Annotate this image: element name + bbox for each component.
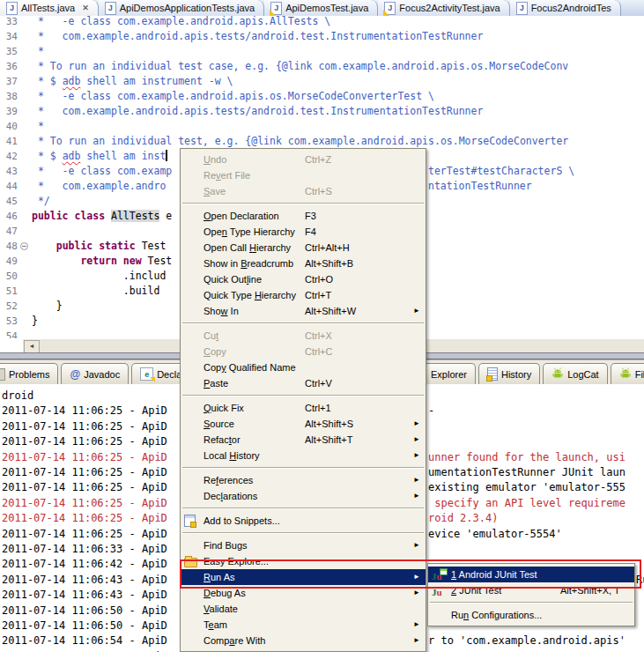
history-icon: [487, 367, 498, 381]
menu-item-quick-fix[interactable]: Quick FixCtrl+1: [181, 400, 426, 416]
bottom-tab-javadoc[interactable]: @Javadoc: [61, 363, 129, 384]
editor-tab-apidemosapplicationtests-java[interactable]: JApiDemosApplicationTests.java: [99, 0, 264, 16]
java-file-icon: J: [384, 2, 396, 15]
bottom-tab-label: Problems: [9, 369, 49, 380]
submenu-arrow-icon: ►: [413, 488, 420, 504]
code-line: 34 * com.example.android.apis.tests/andr…: [0, 29, 644, 44]
menu-item-show-in-breadcrumb[interactable]: Show in BreadcrumbAlt+Shift+B: [181, 256, 426, 271]
menu-item-label: 1 Android JUnit Test: [451, 569, 537, 580]
menu-item-label: References: [204, 475, 253, 485]
menu-item-open-call-hierarchy[interactable]: Open Call HierarchyCtrl+Alt+H: [181, 240, 426, 256]
menu-item-add-to-snippets[interactable]: Add to Snippets...: [181, 513, 426, 529]
java-file-icon: J: [516, 2, 528, 15]
menu-item-declarations[interactable]: Declarations►: [181, 488, 426, 504]
menu-item-debug-as[interactable]: Debug As►: [181, 585, 426, 601]
console-line: 2011-07-14 11:06:25 - ApiD: [2, 435, 167, 448]
code-segment: * com.example.andro: [32, 180, 166, 192]
line-number: 40: [0, 119, 18, 134]
code-text: * To run an individual test, e.g. {@link…: [32, 134, 568, 149]
console-line-right-fragment: evice 'emulator-5554': [428, 528, 562, 540]
menu-item-label: Show in Breadcrumb: [204, 258, 293, 269]
menu-item-label: Paste: [204, 378, 228, 389]
code-text: * -e class com.example.android.apis.AllT…: [32, 16, 330, 29]
menu-item-show-in[interactable]: Show InAlt+Shift+W►: [181, 303, 426, 319]
menu-item-cut[interactable]: CutCtrl+X: [181, 328, 426, 344]
menu-item-open-type-hierarchy[interactable]: Open Type HierarchyF4: [181, 224, 426, 240]
menu-item-run-configurations[interactable]: Run Configurations...: [428, 607, 634, 623]
menu-item-undo[interactable]: UndoCtrl+Z: [181, 152, 426, 167]
editor-tab-focus2androidtes[interactable]: JFocus2AndroidTes: [510, 0, 621, 16]
menu-item-paste[interactable]: PasteCtrl+V: [181, 375, 426, 391]
code-segment: [32, 255, 80, 267]
line-number: 41: [0, 134, 18, 149]
code-line: 35 *: [0, 44, 644, 59]
fold-collapse-icon[interactable]: −: [20, 242, 28, 250]
code-segment: * -e class com.examp: [32, 165, 172, 177]
java-file-icon: J: [6, 2, 18, 15]
menu-item-local-history[interactable]: Local History►: [181, 448, 426, 463]
menu-separator: [182, 322, 424, 324]
java-file-icon: J: [105, 2, 116, 15]
menu-item-team[interactable]: Team►: [181, 617, 426, 633]
line-number: 45: [0, 194, 18, 209]
line-number: 36: [0, 59, 18, 74]
menu-item-quick-type-hierarchy[interactable]: Quick Type HierarchyCtrl+T: [181, 287, 426, 303]
menu-separator: [182, 395, 424, 396]
bottom-tab-history[interactable]: History: [478, 363, 540, 384]
bottom-tab-logcat[interactable]: LogCat: [543, 363, 607, 384]
menu-item-save[interactable]: SaveCtrl+S: [181, 183, 426, 199]
menu-item-shortcut: Alt+Shift+S: [305, 416, 353, 432]
console-line: 2011-07-14 11:06:54 - ApiD: [2, 634, 167, 647]
menu-item-quick-outline[interactable]: Quick OutlineCtrl+O: [181, 271, 426, 287]
menu-item-label: Add to Snippets...: [204, 515, 280, 526]
menu-item-open-declaration[interactable]: Open DeclarationF3: [181, 208, 426, 224]
menu-item-copy[interactable]: CopyCtrl+C: [181, 344, 426, 359]
menu-item-compare-with[interactable]: Compare With►: [181, 633, 426, 648]
close-icon[interactable]: ✕: [82, 4, 89, 12]
bottom-tab-file-explorer[interactable]: File Explorer: [611, 363, 644, 384]
menu-item-label: Undo: [204, 154, 226, 165]
editor-tab-apidemostest-java[interactable]: JApiDemosTest.java: [264, 0, 378, 16]
menu-item-copy-qualified-name[interactable]: Copy Qualified Name: [181, 359, 426, 375]
problems-icon: [0, 368, 5, 381]
code-text: * com.example.android.apis.tests/android…: [32, 104, 483, 119]
console-line: 2011-07-14 11:06:25 - ApiD: [2, 512, 167, 524]
menu-item-easy-explore[interactable]: Easy Explore...: [181, 553, 426, 569]
editor-tab-label: AllTests.java: [21, 3, 75, 13]
console-line: 2011-07-14 11:06:25 - ApiD: [2, 466, 167, 478]
bottom-tab-label: Javadoc: [84, 369, 120, 380]
console-line: 2011-07-14 11:06:42 - ApiD: [2, 558, 167, 570]
menu-item-revert-file[interactable]: Revert File: [181, 167, 426, 183]
editor-tab-focus2activitytest-java[interactable]: JFocus2ActivityTest.java: [378, 0, 509, 16]
code-segment: */: [32, 195, 50, 207]
menu-item-label: Copy: [204, 346, 226, 357]
menu-item-references[interactable]: References►: [181, 472, 426, 488]
menu-item-replace-with[interactable]: Replace With►: [181, 648, 426, 652]
menu-item-label: Revert File: [204, 170, 250, 181]
menu-item-1-android-junit-test[interactable]: Ju1 Android JUnit Test: [428, 567, 634, 582]
bottom-tab-problems[interactable]: Problems: [0, 363, 58, 384]
package-overlay-icon: [440, 568, 448, 575]
menu-item-run-as[interactable]: Run As►: [181, 569, 426, 585]
editor-tab-alltests-java[interactable]: JAllTests.java✕: [0, 0, 99, 16]
menu-item-label: Open Declaration: [204, 211, 279, 221]
menu-item-validate[interactable]: Validate: [181, 601, 426, 617]
menu-item-source[interactable]: SourceAlt+Shift+S►: [181, 416, 426, 432]
bottom-tab-label: History: [501, 369, 531, 380]
code-line: 36 * To run an individual test case, e.g…: [0, 59, 644, 74]
code-segment: * -e class com.example.android.apis.os.M…: [32, 90, 434, 102]
menu-item-2-junit-test[interactable]: Ju2 JUnit TestAlt+Shift+X, T: [428, 582, 634, 598]
editor-tab-label: Focus2ActivityTest.java: [399, 3, 500, 13]
menu-item-find-bugs[interactable]: Find Bugs►: [181, 537, 426, 553]
text-caret: [166, 150, 167, 161]
menu-item-refactor[interactable]: RefactorAlt+Shift+T►: [181, 432, 426, 448]
code-segment: AllTests: [111, 210, 159, 222]
code-text: .build: [32, 284, 159, 299]
line-number: 53: [0, 314, 18, 329]
code-line: 37 * $ adb shell am instrument -w \: [0, 74, 644, 89]
code-text: }: [32, 299, 63, 314]
submenu-arrow-icon: ►: [413, 472, 420, 488]
menu-item-label: Run As: [204, 572, 234, 582]
submenu-arrow-icon: ►: [413, 303, 420, 319]
line-number: 49: [0, 254, 18, 269]
